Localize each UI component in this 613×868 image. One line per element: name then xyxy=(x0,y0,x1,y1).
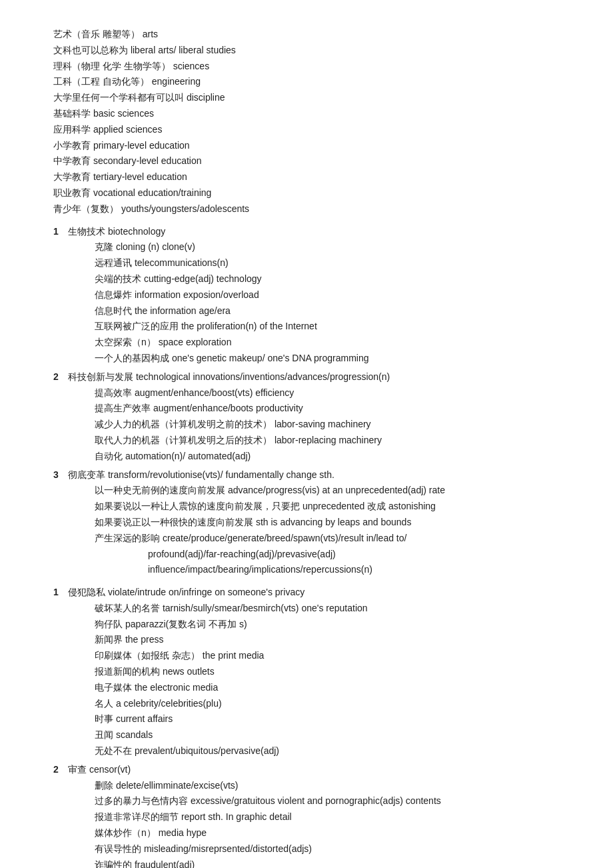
numbered-item: 3彻底变革 transform/revolutionise(vts)/ fund… xyxy=(53,467,573,579)
item-sub-line: 取代人力的机器（计算机发明之后的技术） labor-replacing mach… xyxy=(95,433,390,449)
education-line: 大学教育 tertiary-level education xyxy=(53,169,573,185)
education-line: 工科（工程 自动化等） engineering xyxy=(53,74,573,90)
item-sub-line: 如果要说正以一种很快的速度向前发展 sth is advancing by le… xyxy=(95,515,445,531)
technology-section: 1生物技术 biotechnology克隆 cloning (n) clone(… xyxy=(40,224,573,579)
numbered-item: 2审查 censor(vt)删除 delete/ellimminate/exci… xyxy=(53,762,573,868)
item-sub-line: 有误导性的 misleading/misreprsented/distorted… xyxy=(95,841,483,857)
item-sub-line: 报道新闻的机构 news outlets xyxy=(95,664,368,680)
item-number: 1 xyxy=(53,224,65,240)
item-sub-line: 电子媒体 the electronic media xyxy=(95,680,368,696)
education-line: 文科也可以总称为 liberal arts/ liberal studies xyxy=(53,43,573,59)
numbered-item: 2科技创新与发展 technological innovations/inven… xyxy=(53,369,573,465)
item-main-line: 审查 censor(vt) xyxy=(68,762,483,778)
item-sub-line: 破坏某人的名誉 tarnish/sully/smear/besmirch(vts… xyxy=(95,601,368,617)
education-section: 艺术（音乐 雕塑等） arts文科也可以总称为 liberal arts/ li… xyxy=(40,27,573,217)
item-number: 1 xyxy=(53,585,65,601)
item-sub-line: 过多的暴力与色情内容 excessive/gratuitous violent … xyxy=(95,793,483,809)
page-content: 艺术（音乐 雕塑等） arts文科也可以总称为 liberal arts/ li… xyxy=(40,27,573,868)
item-number: 2 xyxy=(53,369,65,385)
item-sub-line: 信息爆炸 information exposion/overload xyxy=(95,287,369,303)
item-main-line: 侵犯隐私 violate/intrude on/infringe on some… xyxy=(68,585,368,601)
item-content: 科技创新与发展 technological innovations/invent… xyxy=(68,369,390,465)
item-sub-line: 互联网被广泛的应用 the proliferation(n) of the In… xyxy=(95,319,369,335)
item-number: 3 xyxy=(53,467,65,483)
item-sub-line: 印刷媒体（如报纸 杂志） the print media xyxy=(95,648,368,664)
item-sub-line: 报道非常详尽的细节 report sth. In graphic detail xyxy=(95,809,483,825)
education-line: 应用科学 applied sciences xyxy=(53,122,573,138)
item-sub-line: 如果要说以一种让人震惊的速度向前发展，只要把 unprecedented 改成 … xyxy=(95,499,445,515)
item-sub-line: 删除 delete/ellimminate/excise(vts) xyxy=(95,778,483,794)
item-main-line: 彻底变革 transform/revolutionise(vts)/ funda… xyxy=(68,467,445,483)
item-sub-line: 提高效率 augment/enhance/boost(vts) efficien… xyxy=(95,385,390,401)
item-sub-line: 减少人力的机器（计算机发明之前的技术） labor-saving machine… xyxy=(95,417,390,433)
numbered-item: 1侵犯隐私 violate/intrude on/infringe on som… xyxy=(53,585,573,759)
item-sub-line: 新闻界 the press xyxy=(95,632,368,648)
item-sub-line: 信息时代 the information age/era xyxy=(95,303,369,319)
education-line: 中学教育 secondary-level education xyxy=(53,153,573,169)
media-section: 1侵犯隐私 violate/intrude on/infringe on som… xyxy=(40,585,573,868)
item-sub-line: 太空探索（n） space exploration xyxy=(95,335,369,351)
education-line: 理科（物理 化学 生物学等） sciences xyxy=(53,59,573,75)
item-sub-line: 远程通讯 telecommunications(n) xyxy=(95,255,369,271)
item-content: 侵犯隐私 violate/intrude on/infringe on some… xyxy=(68,585,368,759)
item-sub-line: influence/impact/bearing/implications/re… xyxy=(148,562,445,578)
item-sub-line: 名人 a celebrity/celebrities(plu) xyxy=(95,696,368,712)
education-line: 艺术（音乐 雕塑等） arts xyxy=(53,27,573,43)
education-line: 职业教育 vocational education/training xyxy=(53,185,573,201)
education-line: 小学教育 primary-level education xyxy=(53,138,573,154)
item-sub-line: 媒体炒作（n） media hype xyxy=(95,825,483,841)
item-sub-line: 自动化 automation(n)/ automated(adj) xyxy=(95,449,390,465)
item-sub-line: profound(adj)/far-reaching(adj)/prevasiv… xyxy=(148,547,445,563)
item-sub-line: 提高生产效率 augment/enhance/boots productivit… xyxy=(95,401,390,417)
item-sub-line: 一个人的基因构成 one's genetic makeup/ one's DNA… xyxy=(95,351,369,367)
item-content: 审查 censor(vt)删除 delete/ellimminate/excis… xyxy=(68,762,483,868)
education-line: 大学里任何一个学科都有可以叫 discipline xyxy=(53,90,573,106)
item-sub-line: 尖端的技术 cutting-edge(adj) technology xyxy=(95,271,369,287)
item-sub-line: 狗仔队 paparazzi(复数名词 不再加 s) xyxy=(95,617,368,633)
item-sub-line: 以一种史无前例的速度向前发展 advance/progress(vis) at … xyxy=(95,483,445,499)
item-content: 生物技术 biotechnology克隆 cloning (n) clone(v… xyxy=(68,224,369,367)
item-main-line: 生物技术 biotechnology xyxy=(68,224,369,240)
media-items: 1侵犯隐私 violate/intrude on/infringe on som… xyxy=(53,585,573,868)
item-sub-line: 产生深远的影响 create/produce/generate/breed/sp… xyxy=(95,531,445,547)
item-content: 彻底变革 transform/revolutionise(vts)/ funda… xyxy=(68,467,445,579)
education-line: 基础科学 basic sciences xyxy=(53,106,573,122)
item-main-line: 科技创新与发展 technological innovations/invent… xyxy=(68,369,390,385)
technology-items: 1生物技术 biotechnology克隆 cloning (n) clone(… xyxy=(53,224,573,579)
education-lines: 艺术（音乐 雕塑等） arts文科也可以总称为 liberal arts/ li… xyxy=(53,27,573,217)
item-sub-line: 无处不在 prevalent/ubiquitous/pervasive(adj) xyxy=(95,743,368,759)
item-number: 2 xyxy=(53,762,65,778)
item-sub-line: 诈骗性的 fraudulent(adj) xyxy=(95,857,483,868)
item-sub-line: 时事 current affairs xyxy=(95,711,368,727)
education-line: 青少年（复数） youths/youngsters/adolescents xyxy=(53,201,573,217)
numbered-item: 1生物技术 biotechnology克隆 cloning (n) clone(… xyxy=(53,224,573,367)
item-sub-line: 丑闻 scandals xyxy=(95,727,368,743)
item-sub-line: 克隆 cloning (n) clone(v) xyxy=(95,239,369,255)
